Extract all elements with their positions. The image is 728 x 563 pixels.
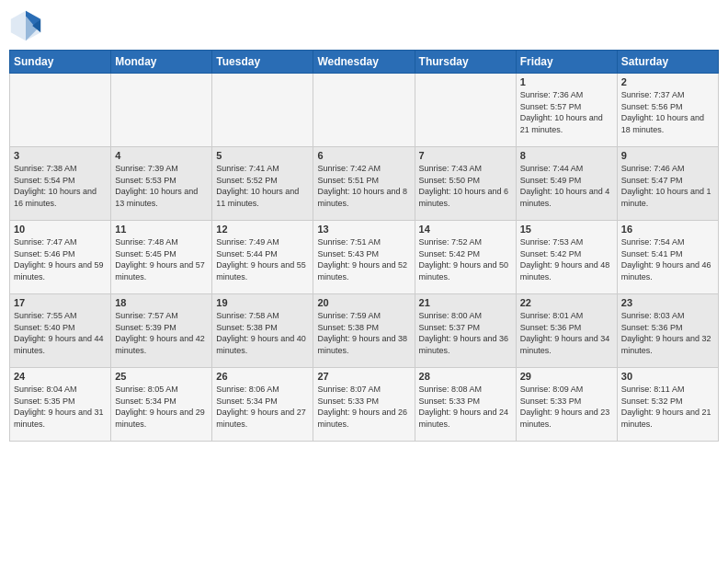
day-number: 25 (115, 371, 208, 382)
header-day-friday: Friday (516, 51, 617, 74)
day-number: 26 (216, 371, 309, 382)
day-info: Sunrise: 7:51 AMSunset: 5:43 PMDaylight:… (317, 236, 410, 282)
day-number: 15 (520, 224, 613, 235)
day-number: 14 (419, 224, 512, 235)
day-cell: 5Sunrise: 7:41 AMSunset: 5:52 PMDaylight… (212, 147, 313, 221)
day-info: Sunrise: 7:46 AMSunset: 5:47 PMDaylight:… (621, 163, 714, 209)
day-info: Sunrise: 8:00 AMSunset: 5:37 PMDaylight:… (419, 310, 512, 356)
day-info: Sunrise: 8:01 AMSunset: 5:36 PMDaylight:… (520, 310, 613, 356)
day-info: Sunrise: 7:49 AMSunset: 5:44 PMDaylight:… (216, 236, 309, 282)
day-number: 19 (216, 297, 309, 308)
day-info: Sunrise: 8:05 AMSunset: 5:34 PMDaylight:… (115, 384, 208, 430)
day-number: 8 (520, 150, 613, 161)
header-day-wednesday: Wednesday (313, 51, 415, 74)
day-info: Sunrise: 8:04 AMSunset: 5:35 PMDaylight:… (14, 384, 107, 430)
day-cell (415, 74, 516, 147)
day-cell: 1Sunrise: 7:36 AMSunset: 5:57 PMDaylight… (516, 74, 617, 147)
day-cell: 10Sunrise: 7:47 AMSunset: 5:46 PMDayligh… (10, 221, 111, 294)
day-cell: 23Sunrise: 8:03 AMSunset: 5:36 PMDayligh… (617, 294, 718, 368)
day-info: Sunrise: 8:11 AMSunset: 5:32 PMDaylight:… (621, 384, 714, 430)
header-day-saturday: Saturday (617, 51, 718, 74)
day-info: Sunrise: 8:08 AMSunset: 5:33 PMDaylight:… (419, 384, 512, 430)
day-cell: 29Sunrise: 8:09 AMSunset: 5:33 PMDayligh… (516, 368, 617, 442)
day-info: Sunrise: 7:57 AMSunset: 5:39 PMDaylight:… (115, 310, 208, 356)
header-day-thursday: Thursday (415, 51, 516, 74)
day-number: 11 (115, 224, 208, 235)
logo-icon (9, 9, 42, 42)
day-info: Sunrise: 7:37 AMSunset: 5:56 PMDaylight:… (621, 89, 714, 135)
day-cell: 14Sunrise: 7:52 AMSunset: 5:42 PMDayligh… (415, 221, 516, 294)
calendar-body: 1Sunrise: 7:36 AMSunset: 5:57 PMDaylight… (10, 74, 719, 442)
day-info: Sunrise: 7:42 AMSunset: 5:51 PMDaylight:… (317, 163, 410, 209)
day-info: Sunrise: 7:44 AMSunset: 5:49 PMDaylight:… (520, 163, 613, 209)
day-info: Sunrise: 7:43 AMSunset: 5:50 PMDaylight:… (419, 163, 512, 209)
day-number: 22 (520, 297, 613, 308)
week-row-3: 10Sunrise: 7:47 AMSunset: 5:46 PMDayligh… (10, 221, 719, 294)
week-row-2: 3Sunrise: 7:38 AMSunset: 5:54 PMDaylight… (10, 147, 719, 221)
day-number: 23 (621, 297, 714, 308)
day-number: 24 (14, 371, 107, 382)
day-number: 5 (216, 150, 309, 161)
day-info: Sunrise: 7:55 AMSunset: 5:40 PMDaylight:… (14, 310, 107, 356)
day-number: 2 (621, 76, 714, 87)
day-cell: 2Sunrise: 7:37 AMSunset: 5:56 PMDaylight… (617, 74, 718, 147)
day-number: 18 (115, 297, 208, 308)
day-info: Sunrise: 8:07 AMSunset: 5:33 PMDaylight:… (317, 384, 410, 430)
day-cell: 25Sunrise: 8:05 AMSunset: 5:34 PMDayligh… (111, 368, 212, 442)
day-info: Sunrise: 7:39 AMSunset: 5:53 PMDaylight:… (115, 163, 208, 209)
logo (9, 9, 46, 42)
header-day-sunday: Sunday (10, 51, 111, 74)
day-number: 6 (317, 150, 410, 161)
day-cell (111, 74, 212, 147)
week-row-5: 24Sunrise: 8:04 AMSunset: 5:35 PMDayligh… (10, 368, 719, 442)
day-cell: 12Sunrise: 7:49 AMSunset: 5:44 PMDayligh… (212, 221, 313, 294)
day-info: Sunrise: 7:52 AMSunset: 5:42 PMDaylight:… (419, 236, 512, 282)
day-number: 3 (14, 150, 107, 161)
day-cell: 27Sunrise: 8:07 AMSunset: 5:33 PMDayligh… (313, 368, 415, 442)
day-number: 16 (621, 224, 714, 235)
day-number: 29 (520, 371, 613, 382)
day-cell: 17Sunrise: 7:55 AMSunset: 5:40 PMDayligh… (10, 294, 111, 368)
day-info: Sunrise: 7:38 AMSunset: 5:54 PMDaylight:… (14, 163, 107, 209)
day-number: 20 (317, 297, 410, 308)
day-cell: 15Sunrise: 7:53 AMSunset: 5:42 PMDayligh… (516, 221, 617, 294)
day-info: Sunrise: 7:47 AMSunset: 5:46 PMDaylight:… (14, 236, 107, 282)
day-number: 13 (317, 224, 410, 235)
day-cell: 19Sunrise: 7:58 AMSunset: 5:38 PMDayligh… (212, 294, 313, 368)
header-day-tuesday: Tuesday (212, 51, 313, 74)
day-number: 1 (520, 76, 613, 87)
day-cell: 30Sunrise: 8:11 AMSunset: 5:32 PMDayligh… (617, 368, 718, 442)
day-number: 9 (621, 150, 714, 161)
day-cell: 24Sunrise: 8:04 AMSunset: 5:35 PMDayligh… (10, 368, 111, 442)
day-number: 30 (621, 371, 714, 382)
day-cell: 18Sunrise: 7:57 AMSunset: 5:39 PMDayligh… (111, 294, 212, 368)
day-cell: 28Sunrise: 8:08 AMSunset: 5:33 PMDayligh… (415, 368, 516, 442)
week-row-1: 1Sunrise: 7:36 AMSunset: 5:57 PMDaylight… (10, 74, 719, 147)
day-number: 21 (419, 297, 512, 308)
day-cell: 9Sunrise: 7:46 AMSunset: 5:47 PMDaylight… (617, 147, 718, 221)
day-cell: 4Sunrise: 7:39 AMSunset: 5:53 PMDaylight… (111, 147, 212, 221)
day-cell: 11Sunrise: 7:48 AMSunset: 5:45 PMDayligh… (111, 221, 212, 294)
day-number: 28 (419, 371, 512, 382)
day-cell: 21Sunrise: 8:00 AMSunset: 5:37 PMDayligh… (415, 294, 516, 368)
day-cell: 16Sunrise: 7:54 AMSunset: 5:41 PMDayligh… (617, 221, 718, 294)
day-info: Sunrise: 7:53 AMSunset: 5:42 PMDaylight:… (520, 236, 613, 282)
day-number: 27 (317, 371, 410, 382)
day-number: 17 (14, 297, 107, 308)
day-cell: 20Sunrise: 7:59 AMSunset: 5:38 PMDayligh… (313, 294, 415, 368)
day-info: Sunrise: 7:41 AMSunset: 5:52 PMDaylight:… (216, 163, 309, 209)
week-row-4: 17Sunrise: 7:55 AMSunset: 5:40 PMDayligh… (10, 294, 719, 368)
day-cell: 22Sunrise: 8:01 AMSunset: 5:36 PMDayligh… (516, 294, 617, 368)
day-cell (212, 74, 313, 147)
header-day-monday: Monday (111, 51, 212, 74)
day-cell: 8Sunrise: 7:44 AMSunset: 5:49 PMDaylight… (516, 147, 617, 221)
day-cell (313, 74, 415, 147)
day-cell (10, 74, 111, 147)
header-row: SundayMondayTuesdayWednesdayThursdayFrid… (10, 51, 719, 74)
day-number: 12 (216, 224, 309, 235)
day-number: 10 (14, 224, 107, 235)
day-info: Sunrise: 8:09 AMSunset: 5:33 PMDaylight:… (520, 384, 613, 430)
day-info: Sunrise: 8:06 AMSunset: 5:34 PMDaylight:… (216, 384, 309, 430)
day-number: 4 (115, 150, 208, 161)
day-info: Sunrise: 7:54 AMSunset: 5:41 PMDaylight:… (621, 236, 714, 282)
